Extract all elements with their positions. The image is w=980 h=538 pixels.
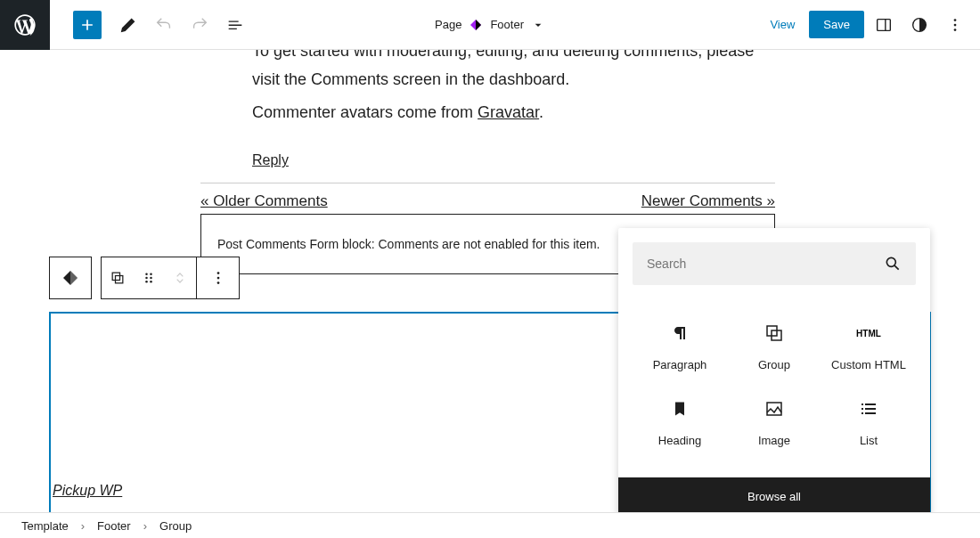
- undo-button[interactable]: [148, 9, 180, 41]
- svg-rect-0: [878, 19, 891, 30]
- options-button[interactable]: [939, 9, 971, 41]
- block-toolbar: [49, 257, 240, 299]
- block-more-button[interactable]: [197, 257, 240, 299]
- chevron-right-icon: ›: [81, 519, 85, 533]
- svg-point-13: [216, 272, 219, 274]
- chevron-right-icon: ›: [143, 519, 147, 533]
- block-breadcrumb: Template › Footer › Group: [0, 512, 980, 538]
- drag-handle[interactable]: [133, 269, 164, 287]
- list-icon: [858, 396, 879, 421]
- template-selector[interactable]: Page Footer: [435, 18, 545, 32]
- diamond-icon: [469, 18, 483, 32]
- block-list[interactable]: List: [821, 384, 916, 460]
- chevron-down-icon: [531, 18, 545, 32]
- move-buttons[interactable]: [165, 269, 196, 287]
- svg-point-15: [216, 281, 219, 284]
- add-block-button[interactable]: [73, 11, 102, 39]
- svg-point-11: [145, 281, 148, 283]
- wordpress-logo[interactable]: [0, 0, 50, 50]
- svg-rect-6: [115, 276, 122, 283]
- reply-link[interactable]: Reply: [252, 148, 289, 174]
- comments-navigation: « Older Comments Newer Comments »: [200, 183, 775, 210]
- search-icon: [884, 255, 902, 273]
- list-view-icon: [225, 15, 245, 35]
- pencil-icon: [118, 15, 138, 35]
- svg-point-12: [150, 281, 152, 283]
- redo-icon: [190, 15, 209, 35]
- older-comments-link[interactable]: « Older Comments: [200, 192, 328, 210]
- svg-point-4: [954, 29, 957, 31]
- svg-point-8: [150, 273, 152, 276]
- svg-point-14: [216, 277, 219, 280]
- more-vertical-icon: [945, 15, 965, 35]
- styles-button[interactable]: [903, 9, 935, 41]
- comment-content: To get started with moderating, editing,…: [252, 50, 755, 175]
- svg-point-9: [145, 277, 148, 280]
- block-tools-group: [101, 257, 197, 299]
- breadcrumb-footer[interactable]: Footer: [97, 519, 131, 533]
- view-link[interactable]: View: [759, 11, 805, 38]
- editor-canvas: To get started with moderating, editing,…: [0, 50, 980, 512]
- top-toolbar: Page Footer View Save: [0, 0, 980, 50]
- plus-icon: [78, 16, 96, 34]
- block-paragraph[interactable]: Paragraph: [633, 308, 727, 384]
- block-image[interactable]: Image: [727, 384, 821, 460]
- sidebar-toggle-button[interactable]: [868, 9, 900, 41]
- page-label: Page: [435, 18, 461, 31]
- document-overview-button[interactable]: [219, 9, 251, 41]
- html-icon: HTML: [856, 321, 881, 346]
- site-title[interactable]: Pickup WP: [53, 483, 122, 499]
- group-icon: [764, 321, 785, 346]
- svg-point-2: [954, 19, 957, 21]
- edit-tool-button[interactable]: [112, 9, 144, 41]
- browse-all-button[interactable]: Browse all: [618, 477, 930, 512]
- drag-icon: [140, 269, 158, 287]
- image-icon: [764, 396, 785, 421]
- move-up-down-icon: [171, 269, 189, 287]
- inserter-search: [633, 242, 916, 285]
- diamond-icon: [60, 267, 81, 289]
- comment-text-1: To get started with moderating, editing,…: [252, 50, 755, 94]
- comment-text-2: Commenter avatars come from Gravatar.: [252, 98, 755, 126]
- block-inserter-panel: Paragraph Group HTML Custom HTML Heading…: [618, 228, 930, 512]
- heading-icon: [671, 396, 689, 421]
- search-input[interactable]: [647, 257, 884, 271]
- breadcrumb-group[interactable]: Group: [159, 519, 192, 533]
- block-heading[interactable]: Heading: [633, 384, 727, 460]
- block-custom-html[interactable]: HTML Custom HTML: [821, 308, 916, 384]
- block-grid: Paragraph Group HTML Custom HTML Heading…: [618, 299, 930, 477]
- block-group[interactable]: Group: [727, 308, 821, 384]
- paragraph-icon: [669, 321, 690, 346]
- svg-point-7: [145, 273, 148, 276]
- svg-point-3: [954, 23, 957, 26]
- undo-icon: [154, 15, 174, 35]
- svg-rect-5: [112, 273, 119, 280]
- template-name: Footer: [490, 18, 524, 31]
- half-circle-icon: [910, 15, 929, 35]
- sidebar-icon: [874, 15, 894, 35]
- gravatar-link[interactable]: Gravatar: [478, 103, 539, 121]
- svg-point-10: [150, 277, 152, 280]
- svg-point-16: [886, 257, 895, 266]
- wordpress-icon: [12, 12, 37, 37]
- toolbar-group-left: [50, 9, 251, 41]
- newer-comments-link[interactable]: Newer Comments »: [641, 192, 775, 210]
- toolbar-right: View Save: [759, 9, 980, 41]
- block-type-button[interactable]: [49, 257, 92, 299]
- breadcrumb-template[interactable]: Template: [21, 519, 69, 533]
- group-icon: [109, 269, 127, 287]
- more-vertical-icon: [208, 268, 228, 288]
- redo-button[interactable]: [184, 9, 216, 41]
- select-parent-button[interactable]: [102, 269, 133, 287]
- save-button[interactable]: Save: [809, 11, 864, 38]
